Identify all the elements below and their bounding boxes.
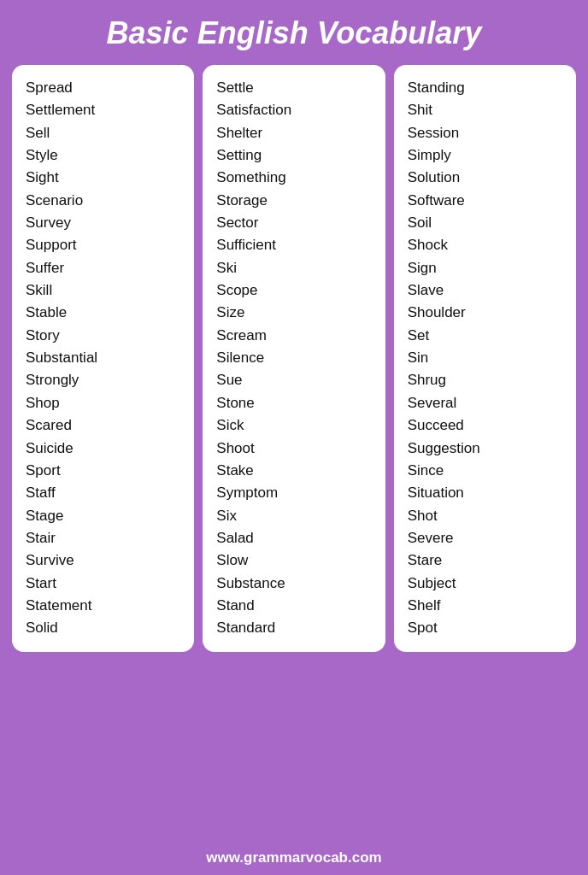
word-item: Scared [26, 414, 180, 437]
word-item: Slave [408, 279, 562, 302]
word-item: Situation [408, 482, 562, 504]
word-item: Suggestion [408, 438, 562, 460]
word-item: Standing [408, 77, 562, 99]
word-item: Settle [216, 77, 371, 99]
word-item: Software [408, 190, 562, 212]
word-item: Suicide [26, 438, 180, 460]
word-item: Sign [408, 257, 562, 279]
column-2: SettleSatisfactionShelterSettingSomethin… [203, 65, 385, 652]
word-item: Stable [26, 302, 180, 324]
word-item: Shrug [408, 369, 562, 391]
word-item: Staff [26, 482, 180, 504]
word-item: Shelf [408, 595, 562, 617]
word-item: Shit [408, 99, 562, 121]
word-item: Scream [216, 325, 371, 347]
word-item: Stage [26, 505, 180, 527]
word-item: Set [408, 325, 562, 347]
word-item: Symptom [216, 482, 371, 504]
word-item: Survey [26, 212, 180, 234]
word-item: Standard [216, 617, 371, 639]
word-item: Salad [216, 527, 371, 549]
word-item: Soil [408, 212, 562, 234]
word-item: Subject [408, 573, 562, 595]
word-item: Sell [26, 122, 180, 144]
word-item: Stand [216, 595, 371, 617]
word-item: Sight [26, 167, 180, 189]
word-item: Statement [26, 595, 180, 617]
word-item: Scenario [26, 190, 180, 212]
word-item: Scope [216, 279, 371, 302]
word-item: Shot [408, 505, 562, 527]
word-item: Simply [408, 144, 562, 167]
page-footer: www.grammarvocab.com [0, 841, 588, 875]
word-item: Satisfaction [216, 99, 371, 121]
word-item: Substance [216, 573, 371, 595]
word-item: Stare [408, 549, 562, 572]
word-item: Sue [216, 369, 371, 391]
word-item: Six [216, 505, 371, 527]
page-title: Basic English Vocabulary [17, 15, 571, 51]
word-item: Story [26, 325, 180, 347]
word-item: Shoot [216, 438, 371, 460]
word-item: Shop [26, 392, 180, 414]
word-item: Since [408, 460, 562, 482]
word-item: Spot [408, 617, 562, 639]
word-item: Several [408, 392, 562, 414]
word-item: Silence [216, 347, 371, 369]
word-item: Sufficient [216, 234, 371, 256]
word-item: Spread [26, 77, 180, 99]
word-item: Suffer [26, 257, 180, 279]
word-item: Skill [26, 279, 180, 302]
columns-wrapper: SpreadSettlementSellStyleSightScenarioSu… [12, 65, 576, 652]
word-item: Slow [216, 549, 371, 572]
word-item: Solution [408, 167, 562, 189]
word-item: Substantial [26, 347, 180, 369]
word-item: Stake [216, 460, 371, 482]
column-3: StandingShitSessionSimplySolutionSoftwar… [394, 65, 576, 652]
word-item: Stair [26, 527, 180, 549]
word-item: Shoulder [408, 302, 562, 324]
word-item: Something [216, 167, 371, 189]
word-item: Storage [216, 190, 371, 212]
word-item: Support [26, 234, 180, 256]
word-item: Sector [216, 212, 371, 234]
word-item: Size [216, 302, 371, 324]
word-item: Style [26, 144, 180, 167]
page-header: Basic English Vocabulary [0, 0, 588, 65]
content-area: SpreadSettlementSellStyleSightScenarioSu… [0, 65, 588, 841]
word-item: Ski [216, 257, 371, 279]
word-item: Solid [26, 617, 180, 639]
column-1: SpreadSettlementSellStyleSightScenarioSu… [12, 65, 194, 652]
word-item: Sin [408, 347, 562, 369]
word-item: Settlement [26, 99, 180, 121]
word-item: Shock [408, 234, 562, 256]
word-item: Shelter [216, 122, 371, 144]
word-item: Strongly [26, 369, 180, 391]
word-item: Setting [216, 144, 371, 167]
footer-url: www.grammarvocab.com [206, 849, 381, 866]
word-item: Sick [216, 414, 371, 437]
word-item: Session [408, 122, 562, 144]
word-item: Survive [26, 549, 180, 572]
word-item: Stone [216, 392, 371, 414]
word-item: Start [26, 573, 180, 595]
word-item: Succeed [408, 414, 562, 437]
word-item: Sport [26, 460, 180, 482]
word-item: Severe [408, 527, 562, 549]
